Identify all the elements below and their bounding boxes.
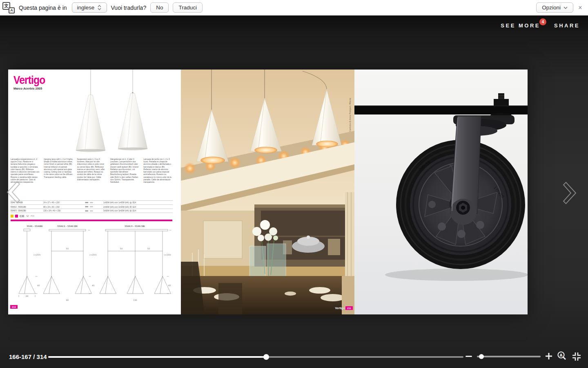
lamp-spec: 1x60W (HA) o/or 1x42W (HA) bbox=[103, 202, 129, 204]
cert-magenta-icon bbox=[15, 215, 18, 218]
dim-drop-3: (+150) bbox=[164, 254, 171, 256]
seek-bar[interactable] bbox=[48, 354, 463, 360]
chevron-down-icon bbox=[564, 7, 568, 9]
see-more-label: SEE MORE bbox=[501, 22, 540, 29]
footer-product-label: Vertigo bbox=[335, 307, 345, 310]
dim-drop-2: (+150) bbox=[89, 254, 97, 256]
caster-wheel-photo: 200x50 170x50 bbox=[354, 70, 528, 314]
chevron-left-icon bbox=[5, 180, 21, 204]
zoom-in-button[interactable] bbox=[545, 351, 553, 361]
translate-message: Questa pagina è in bbox=[19, 4, 67, 11]
accent-rule bbox=[11, 220, 172, 221]
ip-rating: IP20 bbox=[31, 215, 34, 217]
language-select[interactable]: inglese bbox=[72, 2, 107, 13]
no-button[interactable]: No bbox=[150, 2, 169, 13]
socket-icon bbox=[130, 206, 132, 208]
certification-icons: CE Ψ IP20 bbox=[11, 214, 34, 218]
zoom-slider-track[interactable] bbox=[477, 356, 541, 357]
svg-text:A: A bbox=[560, 353, 563, 357]
translate-icon: 文 A bbox=[2, 2, 15, 13]
table-row: 5546 - 5546BI 24 x 27 x 40 + 150 1x60W (… bbox=[11, 200, 173, 204]
options-label: Opzioni bbox=[542, 4, 561, 11]
next-page-button[interactable] bbox=[562, 181, 578, 205]
socket-type: E14 bbox=[133, 206, 136, 208]
zoom-slider-handle[interactable] bbox=[479, 354, 484, 359]
close-translate-bar-button[interactable]: × bbox=[576, 4, 585, 11]
translate-button[interactable]: Traduci bbox=[173, 2, 203, 13]
fullscreen-toggle-button[interactable] bbox=[572, 351, 581, 361]
spec-column-fr: Suspension avec 1, 2 ou 3 lumières. Abat… bbox=[77, 158, 107, 184]
page-indicator: 166-167 / 314 bbox=[9, 353, 47, 360]
finish-icons bbox=[85, 202, 103, 203]
magnifier-a-icon: A bbox=[557, 351, 567, 361]
product-designer: Marco Acerbis 2005 bbox=[13, 87, 42, 90]
finish-icons bbox=[85, 206, 103, 207]
interior-photo: Cortesia di Anna Prospari, Milano bbox=[181, 70, 354, 314]
spec-column-de: Hängelampe mit 1, 2 oder 3 Leuchten. Lam… bbox=[110, 158, 140, 184]
dim-spacing-3a: 50 bbox=[120, 247, 122, 250]
seek-handle[interactable] bbox=[263, 354, 269, 360]
model-dims: 24 x 27 x 40 + 150 bbox=[43, 202, 85, 204]
model-table: 5546 - 5546BI 24 x 27 x 40 + 150 1x60W (… bbox=[11, 200, 173, 213]
dim-width-3: 130 bbox=[133, 299, 137, 301]
lamp-spec: 2x60W (HA) o/or 2x42W (HA) bbox=[103, 206, 129, 208]
chevron-right-icon bbox=[562, 181, 578, 205]
see-more-button[interactable]: SEE MORE 4 bbox=[501, 22, 540, 29]
fullscreen-icon bbox=[572, 351, 581, 361]
finish-icons bbox=[85, 210, 103, 211]
ce-mark: CE bbox=[20, 214, 24, 218]
model-dims: 80 x 24 x 40 + 150 bbox=[43, 206, 85, 208]
catalog-page-left[interactable]: Vertigo Marco Acerbis 2005 bbox=[8, 70, 181, 314]
socket-type: E14 bbox=[133, 202, 136, 204]
dim-spacing-3b: 50 bbox=[147, 247, 150, 250]
spec-column-en: Hanging lamp with 1, 2 or 3 lights. Shad… bbox=[44, 158, 73, 184]
zoom-out-button[interactable] bbox=[465, 351, 472, 361]
page-footer: Vertigo 211 bbox=[335, 306, 353, 310]
table-row: 5546/2 - 5546/2BI 80 x 24 x 40 + 150 2x6… bbox=[11, 204, 173, 209]
socket-icon bbox=[130, 202, 132, 204]
interior-photo-page[interactable]: Cortesia di Anna Prospari, Milano Vertig… bbox=[181, 70, 354, 314]
socket-type: E14 bbox=[133, 210, 136, 212]
drawing-label-3: 5546/3 - 5546/3BI bbox=[125, 225, 145, 227]
socket-icon bbox=[130, 210, 132, 212]
product-title: Vertigo bbox=[13, 74, 45, 87]
share-button[interactable]: SHARE bbox=[554, 22, 580, 29]
dim-width-1: 24 bbox=[26, 295, 28, 297]
previous-page-button[interactable] bbox=[5, 180, 21, 204]
document-viewer: SEE MORE 4 SHARE Vertigo Marco Acerbis 2… bbox=[0, 16, 588, 368]
plus-icon bbox=[545, 351, 553, 361]
drawing-label-1: 5546 - 5546BI bbox=[27, 225, 42, 227]
model-code: 5546/3 - 5546/3BI bbox=[11, 210, 43, 212]
page-spread: Vertigo Marco Acerbis 2005 bbox=[8, 70, 528, 314]
notification-badge: 4 bbox=[539, 18, 546, 25]
product-photo-pendants bbox=[69, 70, 163, 156]
model-dims: 130 x 24 x 40 + 150 bbox=[43, 210, 85, 212]
dim-height-2: 40 bbox=[92, 284, 94, 287]
dim-width-2: 80 bbox=[66, 299, 69, 301]
technical-drawings: 5546 - 5546BI 5546/2 - 5546/2BI 5546/3 -… bbox=[10, 224, 172, 306]
cert-yellow-icon bbox=[11, 215, 13, 218]
translate-bar: 文 A Questa pagina è in inglese Vuoi trad… bbox=[0, 0, 588, 16]
dim-spacing-2: 50 bbox=[66, 247, 69, 250]
dim-drop-1: (+150) bbox=[33, 254, 41, 256]
translate-icon-a: A bbox=[9, 7, 15, 13]
text-zoom-button[interactable]: A bbox=[557, 351, 567, 361]
glass-symbol-icon: Ψ bbox=[26, 214, 29, 218]
photo-credit-caption: Cortesia di Anna Prospari, Milano bbox=[349, 98, 352, 132]
model-code: 5546/2 - 5546/2BI bbox=[11, 206, 43, 208]
spec-text-columns: Lampada a sospensione a 1, 2 oppure 3 lu… bbox=[11, 158, 173, 184]
viewer-header-actions: SEE MORE 4 SHARE bbox=[501, 22, 580, 29]
page-number-badge: 210 bbox=[10, 305, 18, 309]
translate-question: Vuoi tradurla? bbox=[111, 4, 147, 11]
spec-column-es: Lámpara de techo con 1, 2 o 3 luces. Pan… bbox=[143, 158, 173, 184]
seek-fill bbox=[48, 356, 266, 358]
language-select-value: inglese bbox=[77, 4, 95, 11]
dim-height-3: 40 bbox=[168, 284, 171, 287]
page-number-badge: 211 bbox=[345, 306, 353, 310]
select-stepper-icon bbox=[98, 5, 101, 10]
options-button[interactable]: Opzioni bbox=[536, 2, 573, 13]
table-row: 5546/3 - 5546/3BI 130 x 24 x 40 + 150 3x… bbox=[11, 209, 173, 213]
caster-wheel-page[interactable]: 200x50 170x50 bbox=[354, 70, 528, 314]
dim-height-1: 40 bbox=[37, 284, 40, 287]
lamp-spec: 3x60W (HA) o/or 3x42W (HA) bbox=[103, 210, 129, 212]
